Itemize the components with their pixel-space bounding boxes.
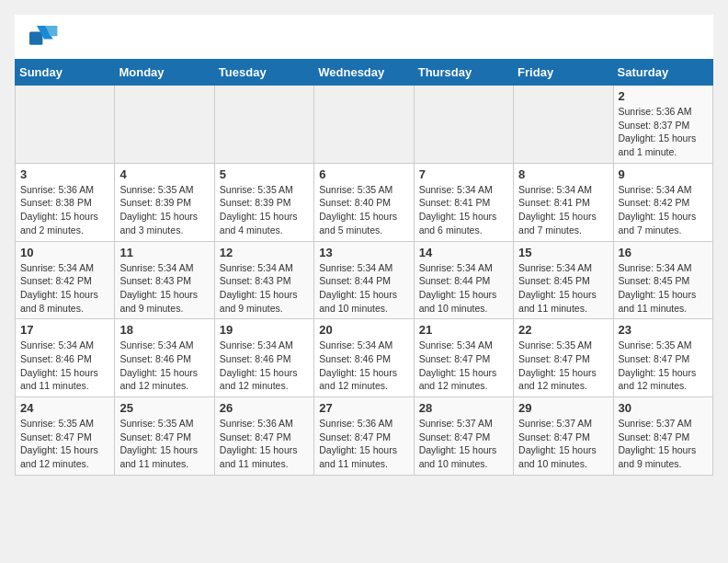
logo-icon [29, 26, 59, 52]
calendar-cell: 4Sunrise: 5:35 AMSunset: 8:39 PMDaylight… [115, 163, 214, 241]
header-thursday: Thursday [414, 60, 513, 86]
calendar-cell: 10Sunrise: 5:34 AMSunset: 8:42 PMDayligh… [16, 241, 115, 319]
day-info: Sunrise: 5:37 AMSunset: 8:47 PMDaylight:… [518, 417, 608, 471]
day-info: Sunrise: 5:35 AMSunset: 8:47 PMDaylight:… [619, 339, 708, 393]
day-number: 23 [619, 323, 708, 337]
calendar-cell: 3Sunrise: 5:36 AMSunset: 8:38 PMDaylight… [16, 163, 115, 241]
day-number: 15 [518, 246, 608, 259]
calendar-cell: 20Sunrise: 5:34 AMSunset: 8:46 PMDayligh… [314, 319, 414, 397]
calendar-cell: 7Sunrise: 5:34 AMSunset: 8:41 PMDaylight… [414, 163, 513, 241]
logo [29, 26, 63, 52]
day-number: 14 [419, 246, 508, 259]
day-number: 29 [518, 401, 608, 415]
calendar-cell: 6Sunrise: 5:35 AMSunset: 8:40 PMDaylight… [314, 163, 414, 241]
day-info: Sunrise: 5:34 AMSunset: 8:41 PMDaylight:… [518, 183, 608, 237]
header-saturday: Saturday [613, 60, 712, 86]
day-info: Sunrise: 5:34 AMSunset: 8:42 PMDaylight:… [20, 261, 109, 316]
calendar-cell [314, 86, 414, 164]
svg-rect-0 [29, 31, 42, 44]
calendar-cell: 25Sunrise: 5:35 AMSunset: 8:47 PMDayligh… [115, 397, 214, 476]
day-info: Sunrise: 5:35 AMSunset: 8:47 PMDaylight:… [119, 417, 209, 471]
day-number: 26 [220, 401, 309, 415]
day-info: Sunrise: 5:34 AMSunset: 8:46 PMDaylight:… [220, 339, 309, 393]
day-info: Sunrise: 5:34 AMSunset: 8:42 PMDaylight:… [619, 183, 708, 237]
calendar-cell: 21Sunrise: 5:34 AMSunset: 8:47 PMDayligh… [414, 319, 513, 397]
day-info: Sunrise: 5:35 AMSunset: 8:39 PMDaylight:… [220, 183, 309, 237]
day-number: 2 [619, 89, 708, 103]
day-info: Sunrise: 5:34 AMSunset: 8:46 PMDaylight:… [20, 339, 109, 393]
day-info: Sunrise: 5:36 AMSunset: 8:47 PMDaylight:… [319, 417, 408, 471]
day-info: Sunrise: 5:36 AMSunset: 8:38 PMDaylight:… [20, 183, 109, 237]
day-number: 10 [20, 246, 109, 259]
day-info: Sunrise: 5:34 AMSunset: 8:41 PMDaylight:… [419, 183, 508, 237]
day-info: Sunrise: 5:34 AMSunset: 8:47 PMDaylight:… [419, 339, 508, 393]
day-number: 6 [319, 167, 408, 181]
calendar-cell [414, 86, 513, 164]
calendar-row: 10Sunrise: 5:34 AMSunset: 8:42 PMDayligh… [16, 241, 713, 319]
calendar-page: Sunday Monday Tuesday Wednesday Thursday… [15, 15, 713, 476]
day-number: 21 [419, 323, 508, 337]
day-number: 3 [20, 167, 109, 181]
header-monday: Monday [115, 60, 214, 86]
calendar-cell: 2Sunrise: 5:36 AMSunset: 8:37 PMDaylight… [613, 86, 712, 164]
calendar-row: 3Sunrise: 5:36 AMSunset: 8:38 PMDaylight… [16, 163, 713, 241]
calendar-cell: 23Sunrise: 5:35 AMSunset: 8:47 PMDayligh… [613, 319, 712, 397]
calendar-cell: 18Sunrise: 5:34 AMSunset: 8:46 PMDayligh… [115, 319, 214, 397]
day-info: Sunrise: 5:36 AMSunset: 8:47 PMDaylight:… [220, 417, 309, 471]
day-number: 13 [319, 246, 408, 259]
day-number: 7 [419, 167, 508, 181]
calendar-body: 2Sunrise: 5:36 AMSunset: 8:37 PMDaylight… [16, 86, 713, 476]
day-info: Sunrise: 5:34 AMSunset: 8:44 PMDaylight:… [319, 261, 408, 316]
day-number: 28 [419, 401, 508, 415]
day-info: Sunrise: 5:35 AMSunset: 8:39 PMDaylight:… [119, 183, 209, 237]
calendar-cell: 16Sunrise: 5:34 AMSunset: 8:45 PMDayligh… [613, 241, 712, 319]
calendar-cell: 26Sunrise: 5:36 AMSunset: 8:47 PMDayligh… [214, 397, 313, 476]
page-header [15, 15, 713, 59]
day-number: 17 [20, 323, 109, 337]
day-number: 4 [119, 167, 209, 181]
calendar-header: Sunday Monday Tuesday Wednesday Thursday… [16, 60, 713, 86]
calendar-cell: 30Sunrise: 5:37 AMSunset: 8:47 PMDayligh… [613, 397, 712, 476]
day-info: Sunrise: 5:34 AMSunset: 8:46 PMDaylight:… [319, 339, 408, 393]
calendar-cell [115, 86, 214, 164]
calendar-row: 24Sunrise: 5:35 AMSunset: 8:47 PMDayligh… [16, 397, 713, 476]
day-number: 30 [619, 401, 708, 415]
calendar-cell: 22Sunrise: 5:35 AMSunset: 8:47 PMDayligh… [514, 319, 613, 397]
calendar-cell: 5Sunrise: 5:35 AMSunset: 8:39 PMDaylight… [214, 163, 313, 241]
day-info: Sunrise: 5:34 AMSunset: 8:45 PMDaylight:… [518, 261, 608, 316]
calendar-cell: 17Sunrise: 5:34 AMSunset: 8:46 PMDayligh… [16, 319, 115, 397]
day-info: Sunrise: 5:34 AMSunset: 8:46 PMDaylight:… [119, 339, 209, 393]
calendar-cell [16, 86, 115, 164]
day-number: 12 [220, 246, 309, 259]
header-friday: Friday [514, 60, 613, 86]
weekday-row: Sunday Monday Tuesday Wednesday Thursday… [16, 60, 713, 86]
day-number: 18 [119, 323, 209, 337]
header-wednesday: Wednesday [314, 60, 414, 86]
header-sunday: Sunday [16, 60, 115, 86]
day-number: 16 [619, 246, 708, 259]
day-info: Sunrise: 5:35 AMSunset: 8:40 PMDaylight:… [319, 183, 408, 237]
day-number: 8 [518, 167, 608, 181]
calendar-table: Sunday Monday Tuesday Wednesday Thursday… [15, 59, 713, 476]
calendar-cell: 24Sunrise: 5:35 AMSunset: 8:47 PMDayligh… [16, 397, 115, 476]
day-number: 20 [319, 323, 408, 337]
calendar-cell: 15Sunrise: 5:34 AMSunset: 8:45 PMDayligh… [514, 241, 613, 319]
day-number: 24 [20, 401, 109, 415]
calendar-cell: 19Sunrise: 5:34 AMSunset: 8:46 PMDayligh… [214, 319, 313, 397]
calendar-cell: 8Sunrise: 5:34 AMSunset: 8:41 PMDaylight… [514, 163, 613, 241]
day-info: Sunrise: 5:34 AMSunset: 8:43 PMDaylight:… [220, 261, 309, 316]
day-number: 9 [619, 167, 708, 181]
calendar-cell: 28Sunrise: 5:37 AMSunset: 8:47 PMDayligh… [414, 397, 513, 476]
day-number: 11 [119, 246, 209, 259]
day-number: 19 [220, 323, 309, 337]
calendar-cell: 27Sunrise: 5:36 AMSunset: 8:47 PMDayligh… [314, 397, 414, 476]
day-info: Sunrise: 5:35 AMSunset: 8:47 PMDaylight:… [518, 339, 608, 393]
day-info: Sunrise: 5:35 AMSunset: 8:47 PMDaylight:… [20, 417, 109, 471]
day-info: Sunrise: 5:34 AMSunset: 8:44 PMDaylight:… [419, 261, 508, 316]
calendar-cell: 12Sunrise: 5:34 AMSunset: 8:43 PMDayligh… [214, 241, 313, 319]
day-info: Sunrise: 5:34 AMSunset: 8:43 PMDaylight:… [119, 261, 209, 316]
calendar-cell [514, 86, 613, 164]
calendar-row: 2Sunrise: 5:36 AMSunset: 8:37 PMDaylight… [16, 86, 713, 164]
day-info: Sunrise: 5:36 AMSunset: 8:37 PMDaylight:… [619, 105, 708, 159]
calendar-cell [214, 86, 313, 164]
